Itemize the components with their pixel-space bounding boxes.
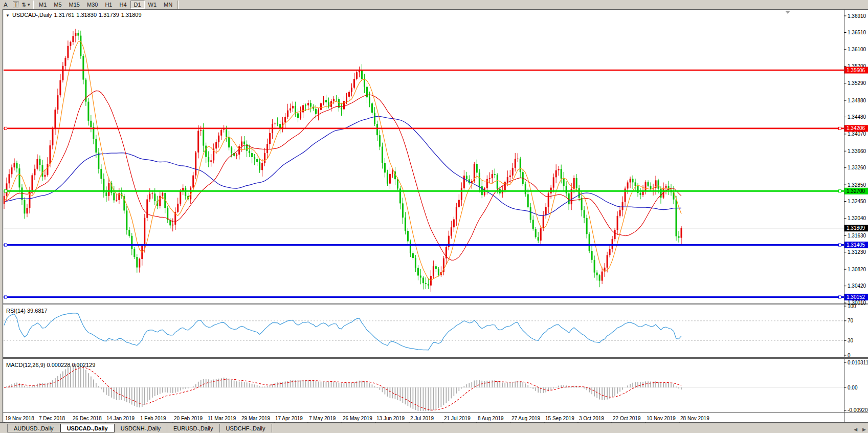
timeframe-button-M30[interactable]: M30: [83, 1, 101, 9]
svg-text:29 Mar 2019: 29 Mar 2019: [241, 416, 271, 421]
scroll-right-icon[interactable]: ▶: [862, 427, 866, 432]
rsi-value: 39.6817: [27, 308, 48, 314]
svg-text:30: 30: [848, 338, 854, 343]
symbol-label: USDCAD-,Daily: [12, 12, 52, 18]
ohlc-low: 1.31739: [99, 12, 119, 18]
cursor-a-icon[interactable]: A: [1, 1, 11, 9]
timeframe-button-H1[interactable]: H1: [101, 1, 116, 9]
chart-tab-usdcnh[interactable]: USDCNH-,Daily: [115, 424, 167, 432]
ohlc-open: 1.31761: [54, 12, 75, 18]
svg-text:20 Feb 2019: 20 Feb 2019: [174, 416, 203, 421]
toolbar-separator: [177, 1, 179, 9]
svg-text:8 Aug 2019: 8 Aug 2019: [478, 416, 504, 421]
rsi-indicator-label: RSI(14) 39.6817: [6, 308, 48, 314]
svg-text:27 Aug 2019: 27 Aug 2019: [511, 416, 541, 421]
scroll-left-icon[interactable]: ◀: [854, 427, 857, 432]
ohlc-high: 1.31830: [76, 12, 97, 18]
svg-text:21 Jul 2019: 21 Jul 2019: [444, 416, 471, 421]
text-tool-icon[interactable]: T: [11, 1, 21, 9]
svg-text:1.32450: 1.32450: [848, 199, 866, 204]
svg-text:1.36100: 1.36100: [848, 47, 866, 52]
toolbar-separator: [33, 1, 34, 9]
macd-main-value: 0.000228: [47, 362, 70, 368]
svg-text:3 Oct 2019: 3 Oct 2019: [579, 416, 604, 421]
svg-text:1.32850: 1.32850: [848, 182, 866, 188]
svg-text:1.35606: 1.35606: [847, 68, 865, 73]
svg-text:7 Dec 2018: 7 Dec 2018: [39, 416, 65, 421]
svg-text:1.31405: 1.31405: [847, 242, 865, 248]
svg-text:1.34880: 1.34880: [848, 98, 866, 103]
chart-tab-usdcad[interactable]: USDCAD-,Daily: [60, 424, 115, 432]
svg-text:19 Nov 2018: 19 Nov 2018: [5, 416, 34, 421]
svg-text:1.30152: 1.30152: [847, 294, 865, 300]
indicators-icon[interactable]: ⇅▼: [21, 1, 31, 9]
timeframe-button-H4[interactable]: H4: [116, 1, 130, 9]
svg-text:1.33660: 1.33660: [848, 148, 866, 154]
svg-text:7 May 2019: 7 May 2019: [309, 416, 336, 421]
svg-text:0.010311: 0.010311: [848, 360, 868, 365]
svg-text:2 Jul 2019: 2 Jul 2019: [410, 416, 434, 421]
svg-text:1.34070: 1.34070: [848, 131, 866, 137]
timeframe-button-MN[interactable]: MN: [160, 1, 176, 9]
top-toolbar: A T ⇅▼ M1M5M15M30H1H4D1W1MN: [0, 0, 868, 9]
timeframe-button-group: M1M5M15M30H1H4D1W1MN: [35, 1, 176, 9]
svg-text:26 Dec 2018: 26 Dec 2018: [73, 416, 102, 421]
svg-text:1.31630: 1.31630: [848, 233, 866, 239]
svg-text:10 Nov 2019: 10 Nov 2019: [647, 416, 676, 421]
svg-text:1.30420: 1.30420: [848, 283, 866, 289]
symbol-dropdown-icon[interactable]: ▼: [6, 13, 10, 18]
svg-text:1.32040: 1.32040: [848, 215, 866, 221]
timeframe-button-M5[interactable]: M5: [50, 1, 65, 9]
svg-text:70: 70: [848, 318, 854, 323]
trading-terminal: { "toolbar": { "icon_a": "A", "icon_text…: [0, 0, 868, 433]
timeframe-button-W1[interactable]: W1: [145, 1, 161, 9]
svg-text:22 Oct 2019: 22 Oct 2019: [613, 416, 641, 421]
svg-text:1 Feb 2019: 1 Feb 2019: [140, 416, 166, 421]
timeframe-button-M1[interactable]: M1: [35, 1, 50, 9]
ohlc-close: 1.31809: [121, 12, 142, 18]
svg-text:1.31809: 1.31809: [847, 225, 865, 231]
svg-text:17 Apr 2019: 17 Apr 2019: [275, 416, 303, 421]
svg-text:15 Sep 2019: 15 Sep 2019: [545, 416, 574, 421]
svg-text:14 Jan 2019: 14 Jan 2019: [106, 416, 135, 421]
svg-text:0: 0: [848, 353, 851, 358]
svg-text:13 Jun 2019: 13 Jun 2019: [376, 416, 405, 421]
svg-text:1.31230: 1.31230: [848, 249, 866, 255]
svg-text:1.36510: 1.36510: [848, 30, 866, 35]
chart-title: ▼USDCAD-,Daily1.317611.318301.317391.318…: [6, 12, 142, 18]
svg-text:-0.009203: -0.009203: [848, 407, 868, 413]
timeframe-button-D1[interactable]: D1: [130, 1, 145, 9]
chart-tab-eurusd[interactable]: EURUSD-,Daily: [167, 424, 220, 432]
svg-text:1.35290: 1.35290: [848, 80, 866, 86]
chart-canvas[interactable]: 1.369101.365101.361001.357001.352901.348…: [0, 9, 868, 423]
svg-text:1.34206: 1.34206: [847, 125, 865, 131]
chart-tab-usdchf[interactable]: USDCHF-,Daily: [220, 424, 272, 432]
macd-signal-value: 0.002129: [72, 362, 95, 368]
svg-text:1.33260: 1.33260: [848, 165, 866, 170]
svg-text:1.34480: 1.34480: [848, 114, 866, 120]
svg-text:26 May 2019: 26 May 2019: [343, 416, 372, 421]
tab-scrollers: ◀ ▶: [854, 427, 866, 432]
svg-text:1.32700: 1.32700: [847, 188, 865, 194]
svg-text:100: 100: [848, 304, 856, 309]
timeframe-button-M15[interactable]: M15: [65, 1, 83, 9]
chart-tab-audusd[interactable]: AUDUSD-,Daily: [7, 424, 60, 432]
svg-text:1.30820: 1.30820: [848, 267, 866, 272]
macd-indicator-label: MACD(12,26,9) 0.000228 0.002129: [6, 362, 95, 368]
svg-text:0.00: 0.00: [848, 385, 858, 391]
svg-text:1.36910: 1.36910: [848, 13, 866, 19]
svg-text:28 Nov 2019: 28 Nov 2019: [680, 416, 709, 421]
svg-text:11 Mar 2019: 11 Mar 2019: [208, 416, 236, 421]
chevron-down-icon: ▼: [27, 3, 31, 7]
chart-tab-bar: AUDUSD-,DailyUSDCAD-,DailyUSDCNH-,DailyE…: [0, 423, 868, 433]
chart-tabs: AUDUSD-,DailyUSDCAD-,DailyUSDCNH-,DailyE…: [7, 424, 272, 432]
